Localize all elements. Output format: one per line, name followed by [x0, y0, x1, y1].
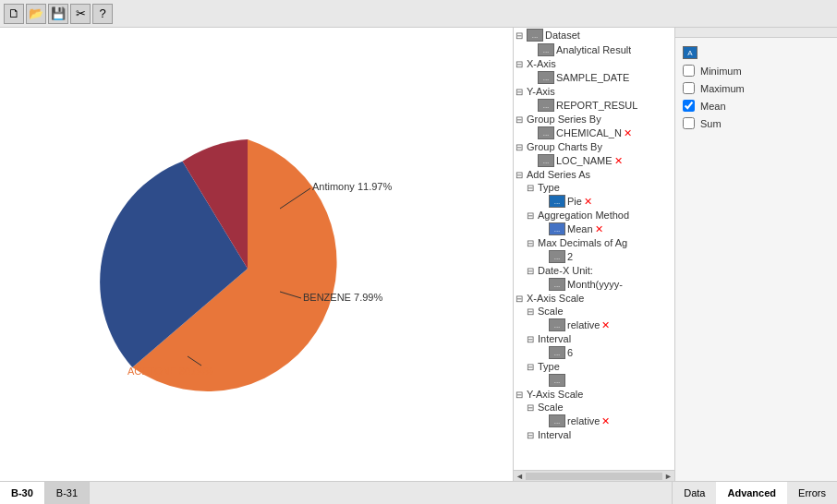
tree-item-analytical[interactable]: ...Analytical Result — [514, 42, 674, 57]
scroll-left-arrow[interactable]: ◄ — [516, 472, 524, 481]
tab-bottom-data[interactable]: Data — [673, 482, 716, 504]
save-button[interactable]: 💾 — [48, 4, 68, 24]
tree-item-xaxis[interactable]: ⊟X-Axis — [514, 57, 674, 70]
expand-icon[interactable]: ⊟ — [527, 238, 538, 248]
expand-icon[interactable]: ⊟ — [516, 59, 527, 69]
agg-item-agg_icon: A — [681, 43, 831, 62]
expand-icon[interactable]: ⊟ — [516, 114, 527, 125]
expand-icon[interactable]: ⊟ — [516, 170, 527, 180]
tree-item-chemical_n[interactable]: ...CHEMICAL_N✕ — [514, 126, 674, 140]
expand-icon[interactable]: ⊟ — [516, 294, 527, 304]
tree-item-relative2[interactable]: ...relative✕ — [514, 414, 674, 428]
tree-item-max_decimals[interactable]: ⊟Max Decimals of Ag — [514, 236, 674, 249]
expand-icon[interactable]: ⊟ — [516, 390, 527, 400]
tree-item-scale1[interactable]: ⊟Scale — [514, 305, 674, 318]
node-icon-type_val: ... — [549, 374, 565, 387]
expand-icon[interactable]: ⊟ — [527, 362, 538, 372]
expand-icon[interactable]: ⊟ — [516, 87, 527, 97]
tree-scroll[interactable]: ⊟...Dataset...Analytical Result⊟X-Axis..… — [514, 28, 674, 470]
tree-item-type2[interactable]: ⊟Type — [514, 360, 674, 373]
tree-item-group_series[interactable]: ⊟Group Series By — [514, 113, 674, 126]
pie-chart: ACETONE 80.04% Antimony 11.97% BENZENE 7… — [81, 107, 432, 421]
tree-item-dataset[interactable]: ⊟...Dataset — [514, 28, 674, 42]
tree-item-type[interactable]: ⊟Type — [514, 181, 674, 194]
agg-checkbox-mean[interactable] — [683, 100, 695, 112]
node-label-type2: Type — [538, 361, 560, 372]
delete-icon-relative1[interactable]: ✕ — [601, 319, 610, 331]
cut-button[interactable]: ✂ — [70, 4, 91, 24]
expand-icon[interactable]: ⊟ — [516, 30, 527, 41]
agg-checkbox-sum[interactable] — [683, 117, 695, 129]
node-label-month_yyyy: Month(yyyy- — [567, 279, 623, 290]
tab-bottom-advanced[interactable]: Advanced — [716, 482, 787, 504]
tree-item-interval[interactable]: ⊟Interval — [514, 332, 674, 345]
node-label-aggregation: Aggregation Method — [538, 210, 629, 221]
acetone-label: ACETONE 80.04% — [127, 366, 214, 377]
tree-item-date_x_unit[interactable]: ⊟Date-X Unit: — [514, 264, 674, 277]
tree-item-add_series[interactable]: ⊟Add Series As — [514, 168, 674, 181]
tree-item-month_yyyy[interactable]: ...Month(yyyy- — [514, 277, 674, 292]
tree-item-type_val[interactable]: ... — [514, 373, 674, 388]
tree-item-yaxis[interactable]: ⊟Y-Axis — [514, 85, 674, 98]
tab-bottom-errors[interactable]: Errors — [787, 482, 837, 504]
node-label-interval2: Interval — [538, 429, 571, 440]
node-icon-sample_date: ... — [538, 71, 554, 84]
expand-icon[interactable]: ⊟ — [527, 334, 538, 344]
node-icon-decimals_val: ... — [549, 250, 565, 263]
delete-icon-pie[interactable]: ✕ — [584, 196, 592, 208]
tab-b30[interactable]: B-30 — [0, 482, 45, 504]
delete-icon-loc_name[interactable]: ✕ — [614, 155, 623, 167]
node-label-yaxis: Y-Axis — [527, 86, 555, 97]
tab-spacer — [90, 482, 672, 504]
aggregation-list: AMinimumMaximumMeanSum — [675, 38, 837, 138]
tree-item-yaxis_scale[interactable]: ⊟Y-Axis Scale — [514, 388, 674, 401]
tree-item-group_charts[interactable]: ⊟Group Charts By — [514, 140, 674, 153]
expand-icon[interactable]: ⊟ — [527, 430, 538, 440]
tree-item-xaxis_scale[interactable]: ⊟X-Axis Scale — [514, 292, 674, 305]
delete-icon-relative2[interactable]: ✕ — [601, 415, 610, 427]
scroll-right-arrow[interactable]: ► — [664, 472, 673, 481]
agg-label-mean: Mean — [700, 101, 726, 112]
tree-item-mean[interactable]: ...Mean✕ — [514, 222, 674, 236]
node-label-xaxis_scale: X-Axis Scale — [527, 293, 584, 304]
toolbar: 🗋 📂 💾 ✂ ? — [0, 0, 837, 28]
open-button[interactable]: 📂 — [26, 4, 46, 24]
node-label-loc_name: LOC_NAME — [556, 155, 613, 166]
expand-icon[interactable]: ⊟ — [527, 402, 538, 413]
help-button[interactable]: ? — [92, 4, 113, 24]
new-button[interactable]: 🗋 — [4, 4, 24, 24]
tree-item-report_resul[interactable]: ...REPORT_RESUL — [514, 98, 674, 113]
tree-item-sample_date[interactable]: ...SAMPLE_DATE — [514, 70, 674, 85]
expand-icon[interactable]: ⊟ — [527, 306, 538, 317]
antimony-label: Antimony 11.97% — [312, 181, 392, 192]
node-label-scale1: Scale — [538, 306, 564, 317]
node-icon-pie: ... — [549, 195, 565, 208]
node-label-group_charts: Group Charts By — [527, 141, 602, 152]
tab-b31[interactable]: B-31 — [45, 482, 90, 504]
node-label-date_x_unit: Date-X Unit: — [538, 265, 593, 276]
delete-icon-chemical_n[interactable]: ✕ — [624, 127, 632, 139]
agg-checkbox-minimum[interactable] — [683, 65, 695, 77]
tree-item-scale2[interactable]: ⊟Scale — [514, 401, 674, 414]
agg-label-maximum: Maximum — [700, 83, 745, 94]
agg-checkbox-maximum[interactable] — [683, 82, 695, 94]
tree-panel: ⊟...Dataset...Analytical Result⊟X-Axis..… — [514, 28, 675, 481]
content-area: ACETONE 80.04% Antimony 11.97% BENZENE 7… — [0, 28, 837, 481]
node-label-report_resul: REPORT_RESUL — [556, 100, 637, 111]
expand-icon[interactable]: ⊟ — [527, 183, 538, 193]
expand-icon[interactable]: ⊟ — [527, 210, 538, 221]
tree-hscroll[interactable]: ◄ ► — [514, 470, 674, 481]
tree-item-interval_val[interactable]: ...6 — [514, 345, 674, 360]
expand-icon[interactable]: ⊟ — [516, 142, 527, 152]
tree-item-relative1[interactable]: ...relative✕ — [514, 318, 674, 332]
expand-icon[interactable]: ⊟ — [527, 266, 538, 276]
tree-item-interval2[interactable]: ⊟Interval — [514, 428, 674, 441]
tree-item-pie[interactable]: ...Pie✕ — [514, 194, 674, 209]
delete-icon-mean[interactable]: ✕ — [595, 223, 603, 235]
tree-item-loc_name[interactable]: ...LOC_NAME✕ — [514, 153, 674, 168]
node-label-relative2: relative — [567, 415, 600, 426]
chart-canvas: ACETONE 80.04% Antimony 11.97% BENZENE 7… — [0, 46, 513, 481]
node-label-relative1: relative — [567, 319, 600, 330]
tree-item-decimals_val[interactable]: ...2 — [514, 249, 674, 264]
tree-item-aggregation[interactable]: ⊟Aggregation Method — [514, 209, 674, 222]
